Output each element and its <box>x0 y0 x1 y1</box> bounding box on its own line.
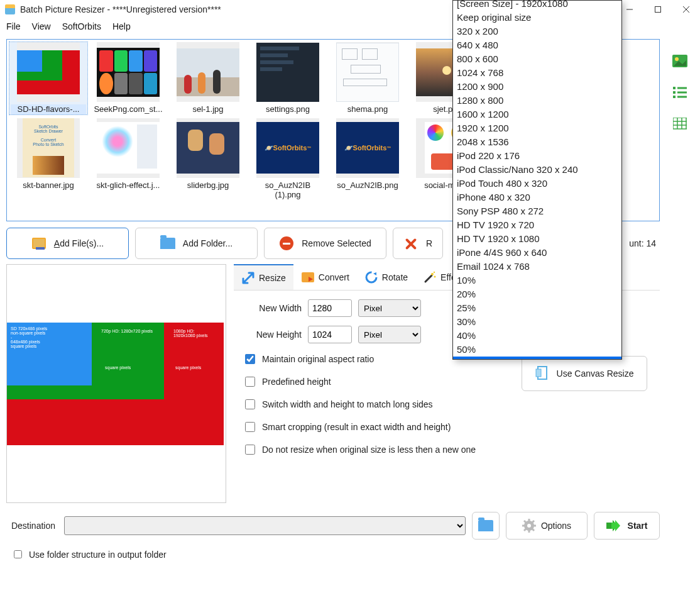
svg-point-11 <box>527 524 531 528</box>
smart-crop-label: Smart cropping (result in exact width an… <box>262 422 451 432</box>
thumbnail-image: 🪐SoftOrbits™ <box>336 118 399 178</box>
thumbnail-label: shema.png <box>330 104 405 114</box>
tab-rotate[interactable]: Rotate <box>357 264 415 290</box>
dropdown-option[interactable]: 2048 x 1536 <box>453 135 621 149</box>
maximize-button[interactable] <box>643 0 672 19</box>
thumbnail-item[interactable]: SoftOrbitsSketch DrawerConvertPhoto to S… <box>9 118 87 200</box>
add-files-label: Add File(s)... <box>54 238 104 248</box>
svg-line-17 <box>532 529 534 531</box>
thumbnail-image <box>177 118 239 178</box>
dropdown-option[interactable]: 50% <box>453 343 621 357</box>
dropdown-option[interactable]: iPone 4/4S 960 x 640 <box>453 246 621 260</box>
dropdown-option[interactable]: 30% <box>453 315 621 329</box>
menu-file[interactable]: File <box>6 21 21 31</box>
thumbnail-label: sel-1.jpg <box>170 104 246 114</box>
dropdown-option[interactable]: iPhone 480 x 320 <box>453 191 621 204</box>
dropdown-option[interactable]: [Screen Size] - 1920x1080 <box>453 0 621 11</box>
dropdown-option[interactable]: 1600 x 1200 <box>453 108 621 121</box>
dropdown-option[interactable]: iPod Touch 480 x 320 <box>453 177 621 191</box>
app-icon <box>5 4 15 14</box>
size-preset-dropdown[interactable]: [Screen Size] - 1920x1080Keep original s… <box>452 0 622 360</box>
svg-point-5 <box>431 273 434 275</box>
tab-convert[interactable]: Convert <box>293 264 357 290</box>
dropdown-option[interactable]: Keep original size <box>453 11 621 25</box>
dropdown-option[interactable]: 10% <box>453 274 621 287</box>
dropdown-option[interactable]: HD TV 1920 x 1080 <box>453 232 621 246</box>
switch-wh-checkbox[interactable] <box>245 399 255 409</box>
add-folder-button[interactable]: Add Folder... <box>135 228 258 259</box>
menu-help[interactable]: Help <box>112 21 131 31</box>
thumbnail-image: SoftOrbitsSketch DrawerConvertPhoto to S… <box>17 118 80 178</box>
preview-image: SD 720x486 pixelsnon-square pixels-648x4… <box>7 323 224 445</box>
thumbnail-image <box>256 42 319 102</box>
add-files-button[interactable]: Add File(s)... <box>6 228 129 259</box>
dropdown-option[interactable]: 1024 x 768 <box>453 66 621 80</box>
new-height-unit[interactable]: Pixel <box>358 326 421 343</box>
remove-selected-button[interactable]: Remove Selected <box>264 228 386 259</box>
picture-add-icon <box>31 236 46 251</box>
dropdown-option[interactable]: 1280 x 800 <box>453 94 621 108</box>
thumbnail-item[interactable]: sliderbg.jpg <box>169 118 247 200</box>
thumbnail-image <box>97 42 160 102</box>
dropdown-option[interactable]: 320 x 200 <box>453 25 621 38</box>
new-height-input[interactable] <box>308 326 352 343</box>
smart-crop-checkbox[interactable] <box>245 422 255 432</box>
dropdown-option[interactable]: 40% <box>453 329 621 343</box>
tab-resize[interactable]: Resize <box>234 264 293 290</box>
thumbnail-label: so_AuzN2IB(1).png <box>250 180 325 200</box>
dropdown-option[interactable]: iPod 220 x 176 <box>453 149 621 163</box>
options-button[interactable]: Options <box>506 512 588 540</box>
dropdown-option[interactable]: 1920 x 1200 <box>453 121 621 135</box>
dropdown-option[interactable]: Email 1024 x 768 <box>453 260 621 274</box>
view-details-button[interactable] <box>672 116 688 132</box>
thumbnail-item[interactable]: SD-HD-flavors-... <box>9 42 87 114</box>
start-button[interactable]: Start <box>594 512 660 540</box>
destination-label: Destination <box>6 521 58 531</box>
thumbnail-item[interactable]: settings.png <box>249 42 327 114</box>
dropdown-option[interactable]: Sony PSP 480 x 272 <box>453 204 621 218</box>
thumbnail-label: SD-HD-flavors-... <box>11 104 86 114</box>
no-resize-smaller-label: Do not resize when original size is less… <box>262 445 476 455</box>
dropdown-option[interactable]: 640 x 480 <box>453 38 621 52</box>
dropdown-option[interactable]: 20% <box>453 287 621 301</box>
thumbnail-item[interactable]: 🪐SoftOrbits™so_AuzN2IB(1).png <box>249 118 327 200</box>
folder-structure-checkbox[interactable] <box>14 550 22 558</box>
tab-convert-label: Convert <box>319 272 349 282</box>
thumbnail-label: settings.png <box>250 104 325 114</box>
view-list-button[interactable] <box>672 84 688 101</box>
new-width-unit[interactable]: Pixel <box>358 299 421 317</box>
dropdown-option[interactable]: 800 x 600 <box>453 52 621 66</box>
thumbnail-item[interactable]: shema.png <box>329 42 407 114</box>
predef-height-checkbox[interactable] <box>245 377 255 387</box>
menu-view[interactable]: View <box>32 21 51 31</box>
thumbnail-item[interactable]: SeekPng.com_st... <box>89 42 167 114</box>
view-thumbnails-button[interactable] <box>672 53 688 69</box>
destination-input[interactable] <box>64 516 466 535</box>
start-label: Start <box>628 521 648 531</box>
browse-destination-button[interactable] <box>472 512 500 540</box>
thumbnail-item[interactable]: skt-glich-effect.j... <box>89 118 167 200</box>
dropdown-option[interactable]: 1200 x 900 <box>453 80 621 94</box>
thumbnail-image <box>17 42 80 102</box>
dropdown-option[interactable]: iPod Classic/Nano 320 x 240 <box>453 163 621 177</box>
thumbnail-label: sliderbg.jpg <box>170 180 246 191</box>
folder-structure-label: Use folder structure in output folder <box>29 550 167 560</box>
remove-all-button[interactable]: R <box>393 228 443 259</box>
svg-rect-23 <box>673 91 675 94</box>
tab-resize-label: Resize <box>259 273 286 283</box>
rotate-icon <box>364 270 378 284</box>
thumbnail-item[interactable]: 🪐SoftOrbits™so_AuzN2IB.png <box>329 118 407 200</box>
dropdown-option[interactable]: 25% <box>453 301 621 315</box>
new-width-input[interactable] <box>308 299 352 317</box>
no-resize-smaller-checkbox[interactable] <box>245 445 255 455</box>
dropdown-option[interactable]: HD TV 1920 x 720 <box>453 218 621 232</box>
dropdown-option[interactable]: 60% <box>453 357 621 360</box>
convert-icon <box>301 270 315 284</box>
remove-all-label: R <box>426 238 432 248</box>
canvas-resize-button[interactable]: Use Canvas Resize <box>522 356 647 391</box>
maintain-aspect-checkbox[interactable] <box>245 354 255 364</box>
thumbnail-item[interactable]: sel-1.jpg <box>169 42 247 114</box>
close-button[interactable] <box>672 0 700 19</box>
effects-icon <box>423 270 437 284</box>
menu-softorbits[interactable]: SoftOrbits <box>62 21 101 31</box>
